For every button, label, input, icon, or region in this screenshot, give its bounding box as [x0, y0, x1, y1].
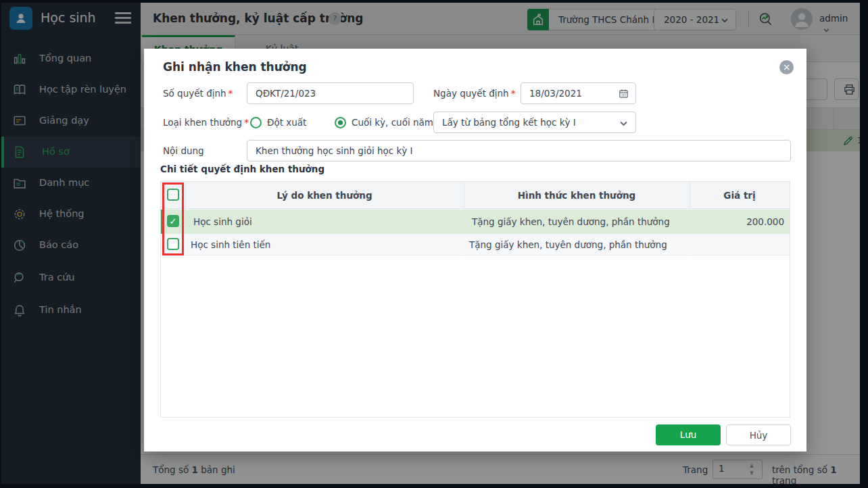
decision-date-field[interactable]	[521, 82, 636, 104]
radio-cuoi-ky-cuoi-nam[interactable]: Cuối kỳ, cuối năm	[335, 112, 433, 133]
chevron-down-icon	[620, 121, 627, 126]
content-field[interactable]	[247, 140, 791, 162]
detail-section-title: Chi tiết quyết định khen thưởng	[160, 164, 324, 174]
reward-modal: Ghi nhận khen thưởng × Số quyết định* Ng…	[144, 49, 806, 452]
cancel-button[interactable]: Hủy	[726, 424, 791, 445]
radio-icon	[250, 117, 262, 128]
form-cell: Tặng giấy khen, tuyên dương, phần thưởng	[469, 234, 667, 255]
radio-dot-xuat[interactable]: Đột xuất	[250, 112, 306, 133]
reward-detail-table: Lý do khen thưởng Hình thức khen thưởng …	[160, 181, 790, 418]
screen: Học sinh Tổng quan Học tập rèn luyện Giả…	[0, 0, 868, 488]
row-checkbox[interactable]	[167, 238, 179, 250]
reason-cell: Học sinh tiên tiến	[191, 234, 270, 255]
content-label: Nội dung	[163, 140, 204, 162]
reason-cell: Học sinh giỏi	[193, 210, 252, 234]
select-all-checkbox[interactable]	[167, 189, 179, 201]
save-button[interactable]: Lưu	[656, 424, 721, 445]
radio-selected-icon	[335, 117, 346, 128]
decision-date-label: Ngày quyết định*	[433, 82, 515, 104]
value-cell: 200.000	[692, 210, 784, 234]
source-dropdown[interactable]: Lấy từ bảng tổng kết học kỳ I	[433, 112, 636, 133]
table-header-row: Lý do khen thưởng Hình thức khen thưởng …	[161, 182, 790, 209]
calendar-icon[interactable]	[618, 88, 629, 99]
row-checkbox-checked[interactable]: ✓	[167, 215, 179, 227]
decision-number-field[interactable]	[247, 82, 414, 104]
modal-title: Ghi nhận khen thưởng	[163, 60, 307, 74]
close-icon[interactable]: ×	[779, 60, 794, 74]
form-cell: Tặng giấy khen, tuyên dương, phần thưởng	[472, 210, 670, 234]
decision-number-label: Số quyết định*	[163, 82, 233, 104]
table-row[interactable]: ✓ Học sinh giỏi Tặng giấy khen, tuyên dư…	[161, 210, 790, 234]
table-row[interactable]: Học sinh tiên tiến Tặng giấy khen, tuyên…	[161, 234, 790, 255]
app-window: Học sinh Tổng quan Học tập rèn luyện Giả…	[1, 3, 860, 484]
reward-type-label: Loại khen thưởng*	[163, 112, 249, 133]
